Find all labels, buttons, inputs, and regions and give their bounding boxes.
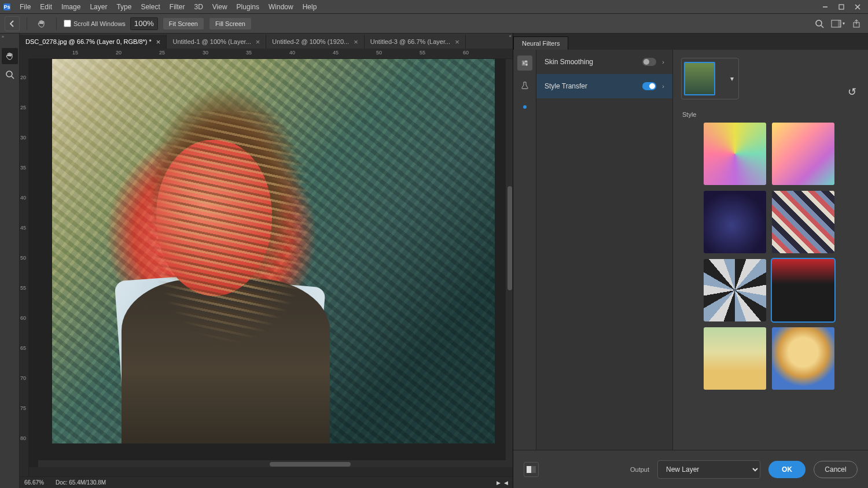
close-tab-1-icon[interactable]: × [256, 38, 260, 46]
expand-right-icon[interactable]: « [509, 34, 512, 39]
svg-point-15 [523, 62, 524, 64]
hand-tool-icon[interactable] [34, 16, 49, 31]
style-thumb-1[interactable] [772, 123, 834, 185]
filter-skin-smoothing-label: Skin Smoothing [545, 58, 593, 66]
svg-rect-7 [838, 20, 841, 27]
hand-tool[interactable] [2, 48, 18, 64]
maximize-button[interactable] [833, 0, 849, 14]
filter-style-transfer-toggle[interactable] [642, 82, 656, 90]
filter-style-transfer[interactable]: Style Transfer › [536, 74, 672, 98]
svg-rect-17 [527, 466, 531, 473]
style-thumb-3[interactable] [772, 191, 834, 253]
style-section-header: Style [682, 111, 856, 118]
style-thumb-5[interactable] [772, 259, 834, 321]
close-tab-2-icon[interactable]: × [354, 38, 358, 46]
menu-3d[interactable]: 3D [189, 0, 207, 14]
zoom-tool[interactable] [2, 66, 18, 83]
filter-skin-smoothing[interactable]: Skin Smoothing › [536, 50, 672, 74]
menu-image[interactable]: Image [57, 0, 85, 14]
style-thumb-6[interactable] [704, 327, 766, 390]
back-button[interactable] [5, 16, 20, 31]
document-tab-1-label: Untitled-1 @ 100% (Layer... [172, 38, 251, 45]
output-select[interactable]: New Layer [657, 460, 760, 479]
panel-tab-neural-filters[interactable]: Neural Filters [513, 36, 568, 50]
menu-filter[interactable]: Filter [165, 0, 190, 14]
expand-tools-icon[interactable]: » [0, 34, 6, 39]
minimize-button[interactable] [817, 0, 833, 14]
style-thumb-2[interactable] [704, 191, 766, 253]
close-window-button[interactable] [849, 0, 866, 14]
workspace-icon[interactable]: ▾ [831, 17, 845, 31]
style-thumb-4[interactable] [704, 259, 766, 321]
canvas-image [52, 59, 495, 443]
menu-file[interactable]: File [15, 0, 35, 14]
ruler-vertical: 20 25 30 35 40 45 50 55 60 65 70 75 80 [20, 59, 29, 476]
status-flyout-icon[interactable]: ▶ [496, 480, 501, 486]
before-after-icon[interactable] [524, 462, 539, 477]
menu-window[interactable]: Window [264, 0, 298, 14]
style-grid [681, 123, 856, 450]
scrollbar-horizontal[interactable] [38, 460, 506, 467]
menu-edit[interactable]: Edit [35, 0, 57, 14]
menu-view[interactable]: View [208, 0, 232, 14]
status-scroll-left-icon[interactable]: ◀ [504, 480, 508, 486]
document-tab-1[interactable]: Untitled-1 @ 100% (Layer...× [167, 35, 266, 49]
menu-layer[interactable]: Layer [85, 0, 112, 14]
document-canvas[interactable] [29, 59, 513, 467]
filter-category-active-indicator [517, 99, 532, 114]
close-tab-3-icon[interactable]: × [455, 38, 459, 46]
close-tab-0-icon[interactable]: × [156, 38, 161, 46]
menu-select[interactable]: Select [136, 0, 164, 14]
status-doc-size: Doc: 65.4M/130.8M [56, 479, 106, 486]
svg-rect-18 [531, 466, 536, 473]
filter-category-beta[interactable] [517, 77, 532, 93]
document-tab-2-label: Untitled-2 @ 100% (1920... [272, 38, 349, 45]
chevron-right-icon: › [662, 83, 664, 90]
fit-screen-button[interactable]: Fit Screen [163, 17, 204, 30]
output-label: Output [630, 466, 649, 473]
style-thumb-0[interactable] [704, 123, 766, 185]
svg-point-14 [525, 61, 527, 62]
document-tab-0[interactable]: DSC_0278.jpg @ 66.7% (Layer 0, RGB/8*) *… [20, 35, 167, 49]
filter-skin-smoothing-toggle[interactable] [642, 58, 656, 66]
scroll-all-windows-label: Scroll All Windows [73, 20, 126, 27]
svg-point-9 [6, 71, 12, 77]
zoom-input[interactable] [130, 17, 158, 30]
svg-line-10 [12, 76, 14, 79]
svg-line-5 [821, 25, 823, 28]
ok-button[interactable]: OK [768, 461, 806, 478]
search-icon[interactable] [812, 17, 826, 31]
share-icon[interactable] [849, 17, 863, 31]
menu-help[interactable]: Help [298, 0, 322, 14]
filter-category-all[interactable] [517, 56, 532, 71]
menu-type[interactable]: Type [112, 0, 136, 14]
svg-rect-1 [839, 5, 844, 9]
ruler-horizontal: 15 20 25 30 35 40 45 50 55 60 [29, 49, 513, 59]
ruler-corner [20, 49, 29, 59]
scroll-all-windows-checkbox[interactable]: Scroll All Windows [64, 20, 126, 27]
chevron-down-icon: ▾ [730, 75, 736, 83]
app-logo: Ps [3, 3, 10, 10]
scrollbar-vertical[interactable] [506, 59, 513, 467]
document-tab-3-label: Untitled-3 @ 66.7% (Layer... [370, 38, 450, 45]
reset-icon[interactable]: ↺ [848, 86, 856, 98]
svg-point-16 [525, 64, 527, 66]
fill-screen-button[interactable]: Fill Screen [209, 17, 252, 30]
svg-point-4 [816, 20, 822, 26]
status-zoom: 66.67% [24, 479, 44, 486]
source-preview-dropdown[interactable]: ▾ [681, 58, 739, 99]
cancel-button[interactable]: Cancel [814, 461, 858, 478]
chevron-right-icon: › [662, 58, 664, 65]
document-tab-3[interactable]: Untitled-3 @ 66.7% (Layer...× [365, 35, 466, 49]
style-thumb-7[interactable] [772, 327, 834, 390]
filter-style-transfer-label: Style Transfer [545, 82, 587, 90]
menu-plugins[interactable]: Plugins [232, 0, 264, 14]
source-preview-thumbnail [684, 62, 715, 95]
document-tab-2[interactable]: Untitled-2 @ 100% (1920...× [266, 35, 364, 49]
document-tab-0-label: DSC_0278.jpg @ 66.7% (Layer 0, RGB/8*) * [25, 38, 152, 45]
